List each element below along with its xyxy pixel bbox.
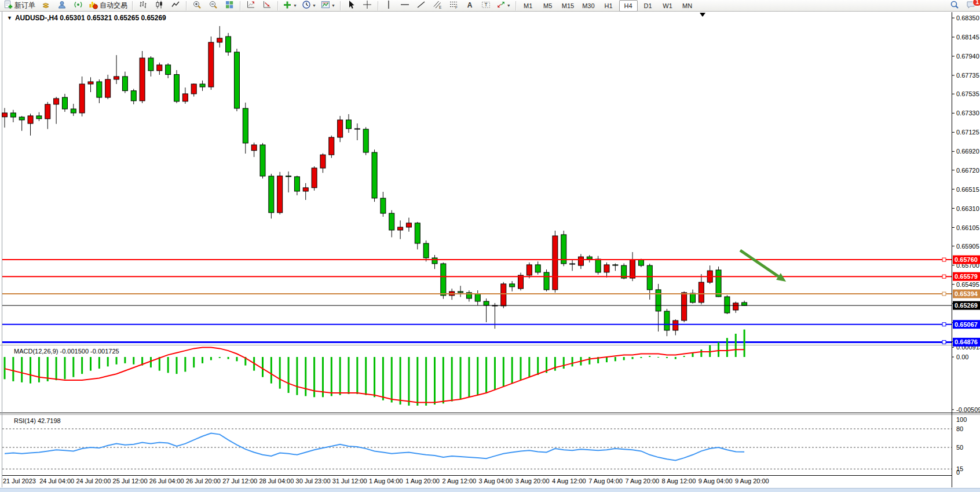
candle-body	[10, 113, 16, 117]
candle-body	[415, 223, 420, 243]
candle-body	[312, 168, 317, 188]
candle-body	[166, 65, 171, 75]
macd-histogram-bar	[210, 357, 212, 360]
autotrade-button[interactable]: 自动交易	[87, 0, 129, 12]
horizontal-level-line[interactable]	[2, 275, 952, 278]
chart-canvas[interactable]: 0.683500.681450.679400.677350.675350.673…	[0, 0, 980, 492]
macd-histogram-bar	[81, 357, 83, 374]
price-tick-label: 0.67940	[956, 53, 979, 60]
line-handle[interactable]	[942, 275, 946, 278]
timeframe-button-w1[interactable]: W1	[659, 0, 677, 12]
macd-histogram-bar	[288, 357, 290, 393]
candle-body	[389, 213, 394, 230]
periods-button[interactable]: ▼	[300, 0, 318, 12]
svg-text:A: A	[467, 1, 472, 9]
profile-icon	[57, 0, 67, 12]
tile-windows-button[interactable]	[222, 0, 237, 12]
zoom-in-button[interactable]	[189, 0, 204, 12]
chart-title-text: AUDUSD-,H4 0.65301 0.65321 0.65265 0.652…	[15, 14, 166, 22]
macd-histogram-bar	[159, 357, 160, 371]
signals-button[interactable]	[71, 0, 86, 12]
periods-icon	[302, 0, 311, 12]
candle-body	[613, 265, 618, 265]
timeframe-button-d1[interactable]: D1	[639, 0, 657, 12]
candle-body	[406, 223, 411, 227]
chevron-down-icon: ▼	[507, 3, 511, 8]
timeframe-button-m30[interactable]: M30	[579, 0, 598, 12]
macd-histogram-bar	[700, 349, 702, 357]
text-icon: A	[465, 0, 474, 12]
candle-body	[690, 293, 696, 303]
horizontal-level-line[interactable]	[2, 258, 952, 261]
crosshair-button[interactable]	[360, 0, 375, 12]
candle-body	[251, 145, 257, 151]
label-button[interactable]: T	[478, 0, 493, 12]
macd-histogram-bar	[339, 357, 341, 395]
bar-chart-button[interactable]	[136, 0, 151, 12]
templates-button[interactable]: ▼	[319, 0, 337, 12]
macd-histogram-bar	[12, 357, 14, 381]
hline-button[interactable]	[397, 0, 412, 12]
macd-histogram-bar	[30, 357, 31, 384]
candle-body	[122, 76, 127, 91]
timeframe-button-m15[interactable]: M15	[558, 0, 577, 12]
timeframe-button-h1[interactable]: H1	[599, 0, 618, 12]
timeframe-button-m5[interactable]: M5	[539, 0, 557, 12]
time-tick-label: 8 Aug 12:00	[662, 478, 696, 484]
zoom-out-button[interactable]	[206, 0, 221, 12]
auto-scroll-button[interactable]	[259, 0, 275, 12]
candle-body	[363, 129, 368, 152]
price-badge: 0.64876	[953, 338, 980, 347]
macd-histogram-bar	[744, 330, 745, 357]
indicators-button[interactable]: ▼	[281, 0, 299, 12]
timeframe-button-mn[interactable]: MN	[678, 0, 697, 12]
gold-button[interactable]	[38, 0, 53, 12]
vline-button[interactable]	[381, 0, 396, 12]
profile-button[interactable]	[54, 0, 70, 12]
macd-histogram-bar	[425, 357, 427, 406]
time-tick-label: 21 Jul 2023	[3, 478, 36, 484]
macd-histogram-bar	[219, 357, 221, 358]
candle-body	[97, 82, 102, 97]
time-tick-label: 28 Jul 04:00	[259, 478, 294, 484]
cursor-button[interactable]	[343, 0, 359, 12]
candle-body	[36, 116, 42, 119]
time-tick-label: 30 Jul 23:00	[296, 478, 331, 484]
line-handle[interactable]	[942, 323, 946, 326]
macd-histogram-bar	[382, 357, 384, 400]
text-button[interactable]: A	[462, 0, 477, 12]
trendline-button[interactable]	[414, 0, 429, 12]
macd-histogram-bar	[90, 357, 92, 371]
horizontal-level-line[interactable]	[2, 340, 952, 344]
price-tick-label: 0.66310	[956, 205, 979, 212]
channel-button[interactable]: E	[430, 0, 445, 12]
timeframe-button-h4[interactable]: H4	[619, 0, 638, 12]
line-handle[interactable]	[942, 340, 946, 344]
chat-button[interactable]: 1	[963, 0, 978, 12]
line-chart-button[interactable]	[168, 0, 183, 12]
fibonacci-button[interactable]: F	[446, 0, 461, 12]
candlestick-chart-button[interactable]	[152, 0, 167, 12]
timeframe-button-m1[interactable]: M1	[519, 0, 537, 12]
zoom-out-icon	[209, 0, 218, 12]
candle-body	[226, 37, 231, 52]
search-button[interactable]	[947, 0, 962, 12]
macd-histogram-bar	[296, 357, 298, 395]
auto-scroll-icon	[262, 0, 272, 12]
arrows-button[interactable]: ▼	[495, 0, 513, 12]
candlestick-icon	[155, 0, 164, 12]
macd-histogram-bar	[72, 357, 74, 377]
horizontal-level-line[interactable]	[2, 323, 952, 326]
chart-shift-button[interactable]	[243, 0, 258, 12]
price-badge: 0.65579	[953, 272, 980, 281]
line-handle[interactable]	[942, 258, 946, 261]
chart-shift-marker[interactable]	[700, 13, 705, 17]
macd-histogram-bar	[683, 356, 685, 357]
candle-body	[510, 284, 515, 287]
line-handle[interactable]	[942, 292, 946, 296]
macd-histogram-bar	[270, 357, 272, 384]
new-order-button[interactable]: 新订单	[2, 0, 37, 12]
macd-histogram-bar	[735, 334, 737, 357]
time-tick-label: 26 Jul 20:00	[186, 478, 221, 484]
macd-histogram-bar	[365, 357, 367, 395]
